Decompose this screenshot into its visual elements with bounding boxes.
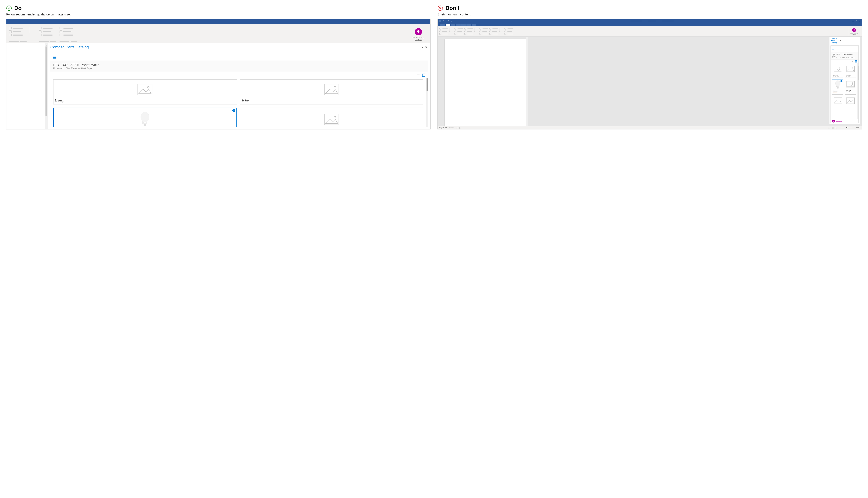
view-mode-icon[interactable] [835,127,837,129]
taskpane-close-icon[interactable]: ✕ [425,46,428,49]
image-placeholder-icon [833,95,842,106]
zoom-level: 100% [856,127,860,129]
hamburger-icon[interactable] [832,49,834,51]
minimize-icon[interactable]: — [852,20,854,22]
status-icon[interactable] [456,127,458,129]
zoom-slider[interactable] [841,128,852,128]
hamburger-icon[interactable] [53,56,56,59]
redo-icon[interactable]: ↷ [448,20,449,22]
svg-rect-11 [439,20,441,22]
close-icon[interactable]: ✕ [859,20,860,22]
status-icon[interactable] [459,127,461,129]
result-card[interactable]: Contoso 60 - 65w Equal [53,79,237,104]
status-bar: Page 1 of 1 0 words − + 100% [438,126,861,129]
lightbulb-icon [416,30,420,34]
result-card[interactable]: Contoso 85w Equal [845,79,856,93]
image-placeholder-icon [833,65,842,73]
status-page: Page 1 of 1 [439,127,447,129]
svg-point-9 [334,116,336,118]
svg-rect-13 [834,66,842,72]
pane-scrollbar[interactable] [857,63,858,119]
query-title: LED - R30 - 2700K - Warm White [832,53,857,57]
query-subtitle: 16 results in LED - R30 - 60-65 Watt Equ… [53,67,425,69]
query-subtitle: 16 results in LED - R30 - 60-65 Watt Equ… [832,57,857,58]
taskpane: Contoso Parts Catalog ▼ ✕ LED - R30 - 27… [48,43,430,129]
result-card[interactable] [845,94,856,108]
result-card[interactable]: Contoso 85w Equal [240,79,424,104]
zoom-in-icon[interactable]: + [854,127,854,129]
ribbon-tabs[interactable] [438,23,861,26]
do-heading: Do [14,5,22,11]
card-brand: Contoso [846,75,855,76]
document-scrollbar[interactable] [526,37,528,129]
taskpane: Contoso Parts Catalog ▼ ✕ LED - R30 - 27… [829,37,860,124]
card-brand: Contoso [55,99,235,101]
card-meta: 60 - 65w Equal [833,76,842,77]
document-page [7,43,44,129]
dont-app-window: ↶ • ↷ ▾ — ▢ ✕ [438,19,862,129]
footer-brand: Contoso [836,120,842,122]
card-brand: Contoso [833,75,842,76]
card-brand: Contoso [242,99,422,101]
taskpane-title: Contoso Parts Catalog [831,37,840,43]
svg-point-24 [852,99,853,100]
svg-point-3 [147,87,149,88]
view-mode-icon[interactable] [828,127,830,129]
results-grid: Contoso 60 - 65w Equal Contoso 85w Equal… [831,63,857,119]
image-placeholder-icon [242,81,422,98]
svg-point-6 [141,112,150,122]
svg-point-16 [852,67,853,68]
ribbon-addin-button[interactable]: Parts Catalog Contoso [409,26,428,43]
card-meta: 85w Equal [846,76,855,77]
brand-badge-icon: C [832,120,835,122]
svg-point-17 [835,80,840,86]
svg-point-22 [839,99,840,100]
list-view-icon[interactable] [852,61,854,63]
do-app-window: Parts Catalog Contoso ▲ Contoso Parts Ca… [6,19,430,129]
check-circle-icon [6,5,12,11]
result-card[interactable] [832,94,843,108]
card-meta: 85w Equal [846,91,855,92]
ribbon: Parts Catalog Contoso [438,26,861,37]
do-subheading: Follow recommended guidance on image siz… [6,13,430,16]
view-mode-icon[interactable] [832,127,833,129]
titlebar [7,19,430,24]
result-card-selected[interactable] [53,108,237,127]
taskpane-title: Contoso Parts Catalog [50,45,420,50]
query-title: LED - R30 - 2700K - Warm White [53,63,425,67]
svg-rect-21 [834,98,842,104]
zoom-out-icon[interactable]: − [839,127,840,129]
selected-check-icon [840,80,842,82]
card-brand: Contoso [833,90,842,92]
card-brand: Contoso [846,90,855,91]
list-view-icon[interactable] [417,74,420,77]
lightbulb-icon [853,29,855,31]
taskpane-close-icon[interactable]: ✕ [849,40,858,41]
svg-point-20 [852,82,853,83]
taskpane-menu-icon[interactable]: ▼ [420,46,425,49]
result-card[interactable]: Contoso 85w Equal [845,64,856,78]
taskpane-menu-icon[interactable]: ▼ [840,40,849,41]
document-page [444,39,526,127]
undo-icon[interactable]: ↶ [442,20,444,22]
dont-heading: Don't [445,5,459,11]
ribbon-addin-button[interactable]: Parts Catalog Contoso [848,27,860,37]
image-placeholder-icon [846,65,855,73]
do-column: Do Follow recommended guidance on image … [6,5,430,129]
pane-scrollbar[interactable] [426,78,428,127]
ribbon-addin-label-1: Parts Catalog [851,32,858,34]
results-grid: Contoso 60 - 65w Equal Contoso 85w Equal [50,78,426,127]
grid-view-icon[interactable] [855,61,857,63]
result-card[interactable]: Contoso 60 - 65w Equal [832,64,843,78]
result-card[interactable] [240,108,424,127]
dont-subheading: Stretch or pinch content. [438,13,862,16]
document-scrollbar[interactable]: ▲ [44,43,48,129]
titlebar: ↶ • ↷ ▾ — ▢ ✕ [438,19,861,23]
svg-rect-8 [324,114,339,125]
taskpane-footer: C Contoso [831,119,858,123]
maximize-icon[interactable]: ▢ [855,20,857,22]
svg-rect-7 [144,124,146,126]
result-card-selected[interactable]: Contoso 85w Equal [832,79,843,93]
grid-view-icon[interactable] [422,74,425,77]
ribbon-addin-label-2: Contoso [852,34,856,35]
